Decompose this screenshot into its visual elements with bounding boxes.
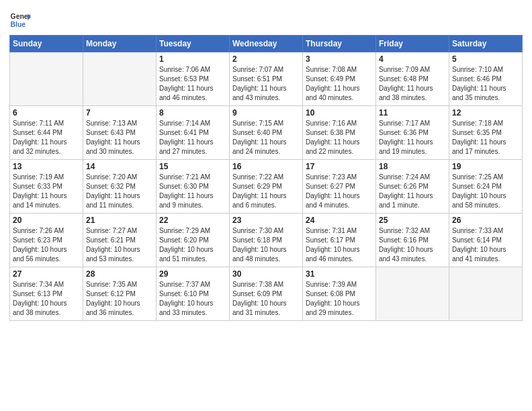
day-cell: 15Sunrise: 7:21 AM Sunset: 6:30 PM Dayli… [157, 160, 230, 214]
day-number: 26 [452, 216, 519, 225]
day-info: Sunrise: 7:32 AM Sunset: 6:16 PM Dayligh… [379, 226, 446, 264]
day-cell: 6Sunrise: 7:11 AM Sunset: 6:44 PM Daylig… [10, 106, 83, 160]
day-cell: 2Sunrise: 7:07 AM Sunset: 6:51 PM Daylig… [230, 52, 303, 106]
day-number: 10 [306, 108, 373, 118]
week-row-3: 13Sunrise: 7:19 AM Sunset: 6:33 PM Dayli… [10, 160, 523, 214]
day-info: Sunrise: 7:31 AM Sunset: 6:17 PM Dayligh… [306, 226, 373, 264]
day-cell: 9Sunrise: 7:15 AM Sunset: 6:40 PM Daylig… [230, 106, 303, 160]
day-info: Sunrise: 7:25 AM Sunset: 6:24 PM Dayligh… [452, 173, 519, 210]
day-info: Sunrise: 7:11 AM Sunset: 6:44 PM Dayligh… [13, 119, 80, 156]
day-info: Sunrise: 7:08 AM Sunset: 6:49 PM Dayligh… [306, 65, 373, 103]
day-cell: 19Sunrise: 7:25 AM Sunset: 6:24 PM Dayli… [449, 160, 523, 214]
week-row-2: 6Sunrise: 7:11 AM Sunset: 6:44 PM Daylig… [10, 106, 523, 160]
col-header-friday: Friday [376, 36, 449, 52]
day-number: 27 [13, 269, 80, 279]
page: General Blue SundayMondayTuesdayWednesda… [0, 0, 532, 328]
day-info: Sunrise: 7:14 AM Sunset: 6:41 PM Dayligh… [159, 119, 226, 156]
day-info: Sunrise: 7:07 AM Sunset: 6:51 PM Dayligh… [232, 65, 300, 103]
day-cell: 11Sunrise: 7:17 AM Sunset: 6:36 PM Dayli… [376, 106, 449, 160]
day-cell: 13Sunrise: 7:19 AM Sunset: 6:33 PM Dayli… [10, 160, 83, 214]
day-cell: 23Sunrise: 7:30 AM Sunset: 6:18 PM Dayli… [230, 214, 303, 267]
col-header-saturday: Saturday [449, 36, 523, 52]
day-cell: 8Sunrise: 7:14 AM Sunset: 6:41 PM Daylig… [157, 106, 230, 160]
day-number: 4 [379, 54, 446, 64]
day-info: Sunrise: 7:33 AM Sunset: 6:14 PM Dayligh… [452, 226, 519, 264]
header-row: SundayMondayTuesdayWednesdayThursdayFrid… [10, 36, 523, 52]
day-number: 31 [306, 269, 373, 279]
day-info: Sunrise: 7:34 AM Sunset: 6:13 PM Dayligh… [13, 280, 80, 318]
day-cell: 24Sunrise: 7:31 AM Sunset: 6:17 PM Dayli… [303, 214, 376, 267]
day-info: Sunrise: 7:39 AM Sunset: 6:08 PM Dayligh… [306, 280, 373, 318]
day-cell: 27Sunrise: 7:34 AM Sunset: 6:13 PM Dayli… [10, 267, 83, 321]
day-number: 17 [306, 162, 373, 171]
week-row-1: 1Sunrise: 7:06 AM Sunset: 6:53 PM Daylig… [10, 52, 523, 106]
day-info: Sunrise: 7:21 AM Sunset: 6:30 PM Dayligh… [159, 173, 226, 210]
day-number: 7 [86, 108, 153, 118]
day-cell: 14Sunrise: 7:20 AM Sunset: 6:32 PM Dayli… [83, 160, 157, 214]
svg-text:Blue: Blue [11, 21, 26, 28]
day-cell: 22Sunrise: 7:29 AM Sunset: 6:20 PM Dayli… [157, 214, 230, 267]
day-cell [449, 267, 523, 321]
day-cell: 4Sunrise: 7:09 AM Sunset: 6:48 PM Daylig… [376, 52, 449, 106]
day-info: Sunrise: 7:16 AM Sunset: 6:38 PM Dayligh… [306, 119, 373, 156]
day-number: 29 [159, 269, 226, 279]
day-info: Sunrise: 7:15 AM Sunset: 6:40 PM Dayligh… [232, 119, 300, 156]
day-number: 18 [379, 162, 446, 171]
day-info: Sunrise: 7:35 AM Sunset: 6:12 PM Dayligh… [86, 280, 153, 318]
day-number: 5 [452, 54, 519, 64]
day-info: Sunrise: 7:30 AM Sunset: 6:18 PM Dayligh… [232, 226, 300, 264]
day-info: Sunrise: 7:06 AM Sunset: 6:53 PM Dayligh… [159, 65, 226, 103]
day-number: 8 [159, 108, 226, 118]
day-number: 6 [13, 108, 80, 118]
calendar-table: SundayMondayTuesdayWednesdayThursdayFrid… [9, 35, 523, 321]
logo-icon: General Blue [9, 9, 31, 31]
day-info: Sunrise: 7:27 AM Sunset: 6:21 PM Dayligh… [86, 226, 153, 264]
day-cell: 18Sunrise: 7:24 AM Sunset: 6:26 PM Dayli… [376, 160, 449, 214]
day-cell: 5Sunrise: 7:10 AM Sunset: 6:46 PM Daylig… [449, 52, 523, 106]
day-info: Sunrise: 7:29 AM Sunset: 6:20 PM Dayligh… [159, 226, 226, 264]
day-number: 15 [159, 162, 226, 171]
day-info: Sunrise: 7:18 AM Sunset: 6:35 PM Dayligh… [452, 119, 519, 156]
day-cell [10, 52, 83, 106]
day-info: Sunrise: 7:24 AM Sunset: 6:26 PM Dayligh… [379, 173, 446, 210]
day-number: 20 [13, 216, 80, 225]
day-number: 3 [306, 54, 373, 64]
day-number: 24 [306, 216, 373, 225]
header: General Blue [9, 7, 523, 31]
day-cell: 12Sunrise: 7:18 AM Sunset: 6:35 PM Dayli… [449, 106, 523, 160]
day-cell: 17Sunrise: 7:23 AM Sunset: 6:27 PM Dayli… [303, 160, 376, 214]
col-header-thursday: Thursday [303, 36, 376, 52]
day-cell: 20Sunrise: 7:26 AM Sunset: 6:23 PM Dayli… [10, 214, 83, 267]
col-header-tuesday: Tuesday [157, 36, 230, 52]
col-header-monday: Monday [83, 36, 157, 52]
day-info: Sunrise: 7:13 AM Sunset: 6:43 PM Dayligh… [86, 119, 153, 156]
day-info: Sunrise: 7:19 AM Sunset: 6:33 PM Dayligh… [13, 173, 80, 210]
day-info: Sunrise: 7:37 AM Sunset: 6:10 PM Dayligh… [159, 280, 226, 318]
day-cell: 26Sunrise: 7:33 AM Sunset: 6:14 PM Dayli… [449, 214, 523, 267]
day-cell: 7Sunrise: 7:13 AM Sunset: 6:43 PM Daylig… [83, 106, 157, 160]
day-info: Sunrise: 7:22 AM Sunset: 6:29 PM Dayligh… [232, 173, 300, 210]
day-cell: 10Sunrise: 7:16 AM Sunset: 6:38 PM Dayli… [303, 106, 376, 160]
day-info: Sunrise: 7:26 AM Sunset: 6:23 PM Dayligh… [13, 226, 80, 264]
day-number: 11 [379, 108, 446, 118]
day-cell [83, 52, 157, 106]
day-cell: 29Sunrise: 7:37 AM Sunset: 6:10 PM Dayli… [157, 267, 230, 321]
day-info: Sunrise: 7:09 AM Sunset: 6:48 PM Dayligh… [379, 65, 446, 103]
col-header-wednesday: Wednesday [230, 36, 303, 52]
day-number: 21 [86, 216, 153, 225]
week-row-4: 20Sunrise: 7:26 AM Sunset: 6:23 PM Dayli… [10, 214, 523, 267]
week-row-5: 27Sunrise: 7:34 AM Sunset: 6:13 PM Dayli… [10, 267, 523, 321]
day-number: 14 [86, 162, 153, 171]
day-number: 30 [232, 269, 300, 279]
day-info: Sunrise: 7:38 AM Sunset: 6:09 PM Dayligh… [232, 280, 300, 318]
day-cell: 1Sunrise: 7:06 AM Sunset: 6:53 PM Daylig… [157, 52, 230, 106]
day-cell: 28Sunrise: 7:35 AM Sunset: 6:12 PM Dayli… [83, 267, 157, 321]
day-number: 23 [232, 216, 300, 225]
day-info: Sunrise: 7:23 AM Sunset: 6:27 PM Dayligh… [306, 173, 373, 210]
day-number: 13 [13, 162, 80, 171]
day-number: 12 [452, 108, 519, 118]
day-cell: 16Sunrise: 7:22 AM Sunset: 6:29 PM Dayli… [230, 160, 303, 214]
day-number: 16 [232, 162, 300, 171]
day-number: 9 [232, 108, 300, 118]
day-number: 22 [159, 216, 226, 225]
